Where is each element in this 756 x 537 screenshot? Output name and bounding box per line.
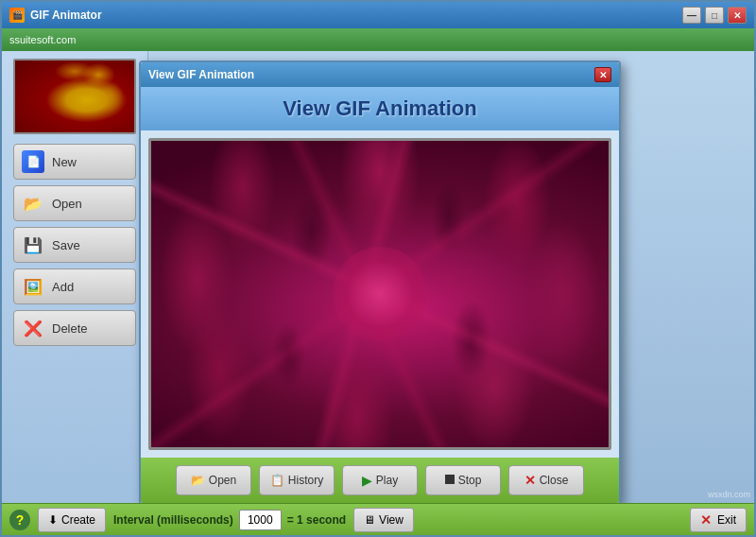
modal-header-title: View GIF Animation [150,96,610,121]
close-icon: ✕ [524,473,536,488]
modal-history-button[interactable]: 📋 History [259,465,335,495]
exit-label: Exit [717,513,736,527]
modal-title-text: View GIF Animation [148,68,254,81]
modal-close-button[interactable]: ✕ [594,67,611,82]
content-area: 📄 New 📂 Open 💾 Save 🖼️ Add ❌ Delete [2,51,754,503]
history-icon: 📋 [270,474,284,487]
minimize-button[interactable]: — [682,7,701,24]
create-icon: ⬇ [48,513,58,527]
modal-stop-button[interactable]: Stop [425,465,501,495]
modal-history-label: History [288,474,323,487]
modal-open-label: Open [209,474,236,487]
modal-close-label: Close [540,474,569,487]
view-button[interactable]: 🖥 View [353,508,414,532]
animation-frame [148,138,611,450]
main-window: 🎬 GIF Animator — □ ✕ ssuitesoft.com 📄 Ne… [0,0,756,537]
modal-play-button[interactable]: ▶ Play [342,465,418,495]
view-label: View [379,513,404,527]
close-window-button[interactable]: ✕ [728,7,747,24]
window-controls: — □ ✕ [682,7,747,24]
modal-header: View GIF Animation [141,87,619,130]
help-button[interactable]: ? [9,510,30,530]
help-icon: ? [16,512,25,528]
brand-bar: ssuitesoft.com [2,28,754,51]
interval-control: Interval (milliseconds) = 1 second [113,510,346,530]
title-bar: 🎬 GIF Animator — □ ✕ [2,2,754,28]
view-icon: 🖥 [364,513,375,527]
modal-content [141,130,619,458]
maximize-button[interactable]: □ [705,7,724,24]
interval-suffix: = 1 second [287,513,346,527]
exit-button[interactable]: ✕ Exit [690,508,747,532]
modal-open-button[interactable]: 📂 Open [176,465,251,495]
modal-footer: 📂 Open 📋 History ▶ Play [141,458,619,503]
modal-play-label: Play [376,474,398,487]
modal-stop-label: Stop [458,474,482,487]
interval-label: Interval (milliseconds) [113,513,233,527]
create-label: Create [61,513,95,527]
exit-icon: ✕ [700,512,712,528]
folder-icon: 📂 [191,474,205,487]
app-icon: 🎬 [9,8,25,23]
app-title: GIF Animator [30,9,102,22]
create-button[interactable]: ⬇ Create [38,508,106,532]
modal-close-x-button[interactable]: ✕ Close [508,465,584,495]
flower-image [151,141,609,447]
stop-icon [445,474,455,487]
modal-overlay: View GIF Animation ✕ View GIF Animation [2,51,754,503]
interval-input[interactable] [239,510,282,530]
modal-title-bar: View GIF Animation ✕ [141,62,619,87]
modal-dialog: View GIF Animation ✕ View GIF Animation [139,61,621,503]
play-icon: ▶ [362,473,372,488]
main-area: View GIF Animation ✕ View GIF Animation [148,51,754,503]
brand-text: ssuitesoft.com [9,34,76,45]
status-bar: ? ⬇ Create Interval (milliseconds) = 1 s… [2,503,754,535]
